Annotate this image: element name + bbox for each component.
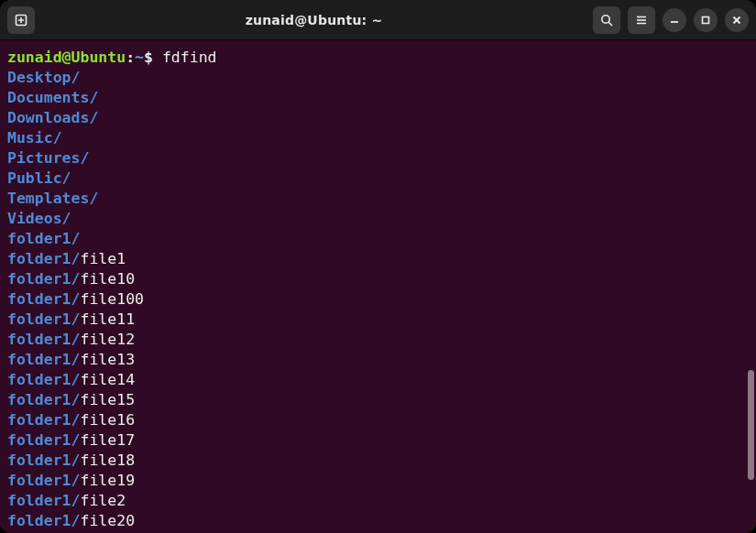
file-segment: file12	[80, 331, 135, 348]
svg-rect-9	[703, 16, 709, 23]
svg-point-3	[602, 15, 609, 22]
file-segment: file16	[80, 411, 135, 429]
dir-segment: Videos/	[7, 210, 71, 227]
file-segment: file11	[80, 310, 135, 328]
output-line: folder1/file19	[7, 471, 749, 491]
file-segment: file20	[80, 512, 135, 529]
output-line: folder1/file13	[7, 350, 749, 370]
dir-segment: Music/	[7, 129, 62, 147]
terminal-window: zunaid@Ubuntu: ~	[0, 0, 756, 533]
file-segment: file19	[80, 472, 135, 489]
menu-button[interactable]	[628, 6, 655, 34]
output-line: folder1/file20	[7, 511, 749, 531]
file-segment: file14	[80, 371, 135, 388]
output-line: folder1/file100	[7, 289, 749, 310]
output-line: folder1/file18	[7, 451, 749, 471]
dir-segment: folder1/	[7, 230, 80, 247]
new-tab-button[interactable]	[7, 6, 35, 34]
search-icon	[599, 13, 614, 27]
window-title: zunaid@Ubuntu: ~	[42, 13, 586, 27]
dir-segment: Downloads/	[7, 109, 98, 126]
search-button[interactable]	[593, 6, 620, 34]
output-line: Music/	[7, 128, 749, 148]
prompt-command: fdfind	[162, 49, 217, 66]
dir-segment: folder1/	[7, 250, 80, 267]
dir-segment: folder1/	[7, 411, 80, 429]
output-line: folder1/file2	[7, 491, 749, 511]
file-segment: file13	[80, 351, 135, 368]
new-tab-icon	[14, 13, 28, 27]
maximize-icon	[700, 15, 711, 26]
terminal-viewport[interactable]: zunaid@Ubuntu:~$ fdfind Desktop/Document…	[0, 40, 756, 533]
minimize-icon	[669, 15, 680, 26]
output-line: Public/	[7, 169, 749, 189]
dir-segment: folder1/	[7, 431, 80, 449]
dir-segment: Desktop/	[7, 69, 80, 86]
dir-segment: folder1/	[7, 492, 80, 509]
svg-line-4	[608, 22, 612, 26]
prompt-line: zunaid@Ubuntu:~$ fdfind	[7, 48, 749, 68]
file-segment: file17	[80, 431, 135, 449]
dir-segment: folder1/	[7, 290, 80, 308]
prompt-colon: :	[126, 49, 135, 66]
output-line: Documents/	[7, 88, 749, 108]
dir-segment: folder1/	[7, 391, 80, 408]
output-line: folder1/file15	[7, 390, 749, 410]
file-segment: file18	[80, 451, 135, 469]
dir-segment: folder1/	[7, 310, 80, 328]
dir-segment: folder1/	[7, 451, 80, 469]
dir-segment: Documents/	[7, 89, 98, 106]
file-segment: file15	[80, 391, 135, 408]
dir-segment: Templates/	[7, 190, 98, 207]
output-line: Desktop/	[7, 68, 749, 88]
dir-segment: folder1/	[7, 331, 80, 348]
minimize-button[interactable]	[663, 8, 686, 32]
dir-segment: folder1/	[7, 270, 80, 288]
output-line: Templates/	[7, 189, 749, 209]
file-segment: file10	[80, 270, 135, 288]
dir-segment: folder1/	[7, 512, 80, 529]
output-line: folder1/file11	[7, 310, 749, 330]
output-line: folder1/file10	[7, 269, 749, 289]
dir-segment: folder1/	[7, 472, 80, 489]
output-line: folder1/file16	[7, 410, 749, 430]
prompt-cwd: ~	[135, 49, 144, 66]
output-line: folder1/file12	[7, 330, 749, 350]
output-line: Downloads/	[7, 108, 749, 128]
dir-segment: folder1/	[7, 371, 80, 388]
dir-segment: Public/	[7, 169, 71, 187]
titlebar: zunaid@Ubuntu: ~	[0, 0, 756, 40]
dir-segment: Pictures/	[7, 149, 89, 167]
scrollbar-thumb[interactable]	[748, 370, 754, 480]
terminal-output: Desktop/Documents/Downloads/Music/Pictur…	[7, 68, 749, 531]
close-button[interactable]	[725, 8, 749, 32]
prompt-user-host: zunaid@Ubuntu	[7, 49, 126, 66]
file-segment: file100	[80, 290, 144, 308]
dir-segment: folder1/	[7, 351, 80, 368]
output-line: Videos/	[7, 209, 749, 229]
output-line: folder1/file14	[7, 370, 749, 390]
file-segment: file2	[80, 492, 126, 509]
output-line: folder1/file1	[7, 249, 749, 269]
file-segment: file1	[80, 250, 126, 267]
maximize-button[interactable]	[694, 8, 718, 32]
output-line: folder1/	[7, 229, 749, 249]
hamburger-icon	[634, 13, 649, 27]
output-line: Pictures/	[7, 148, 749, 169]
prompt-sigil: $	[144, 49, 153, 66]
output-line: folder1/file17	[7, 430, 749, 451]
close-icon	[731, 15, 742, 26]
